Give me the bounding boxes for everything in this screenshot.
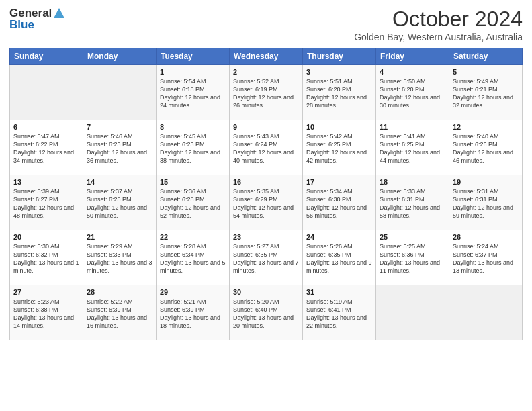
- day-number: 28: [87, 288, 152, 296]
- table-row: 11Sunrise: 5:41 AM Sunset: 6:25 PM Dayli…: [376, 120, 449, 175]
- day-number: 15: [160, 178, 226, 186]
- day-info: Sunrise: 5:40 AM Sunset: 6:26 PM Dayligh…: [453, 132, 519, 165]
- day-info: Sunrise: 5:33 AM Sunset: 6:31 PM Dayligh…: [380, 187, 445, 220]
- table-row: [376, 285, 449, 340]
- day-info: Sunrise: 5:45 AM Sunset: 6:23 PM Dayligh…: [160, 132, 226, 165]
- day-number: 9: [233, 123, 299, 131]
- day-info: Sunrise: 5:46 AM Sunset: 6:23 PM Dayligh…: [87, 132, 152, 165]
- day-info: Sunrise: 5:36 AM Sunset: 6:28 PM Dayligh…: [160, 187, 226, 220]
- table-row: [83, 65, 157, 120]
- table-row: 20Sunrise: 5:30 AM Sunset: 6:32 PM Dayli…: [10, 230, 83, 285]
- day-number: 3: [306, 68, 372, 76]
- col-sunday: Sunday: [10, 48, 83, 65]
- table-row: 4Sunrise: 5:50 AM Sunset: 6:20 PM Daylig…: [376, 65, 449, 120]
- day-number: 26: [453, 233, 519, 241]
- day-info: Sunrise: 5:31 AM Sunset: 6:31 PM Dayligh…: [453, 187, 519, 220]
- day-info: Sunrise: 5:21 AM Sunset: 6:39 PM Dayligh…: [160, 298, 226, 330]
- day-info: Sunrise: 5:34 AM Sunset: 6:30 PM Dayligh…: [306, 187, 372, 220]
- page-header: General Blue October 2024 Golden Bay, We…: [9, 7, 523, 42]
- col-thursday: Thursday: [303, 48, 376, 65]
- day-info: Sunrise: 5:26 AM Sunset: 6:35 PM Dayligh…: [306, 242, 372, 275]
- table-row: 9Sunrise: 5:43 AM Sunset: 6:24 PM Daylig…: [230, 120, 303, 175]
- table-row: 15Sunrise: 5:36 AM Sunset: 6:28 PM Dayli…: [157, 175, 230, 230]
- day-number: 23: [233, 233, 299, 241]
- day-number: 12: [453, 123, 519, 131]
- col-tuesday: Tuesday: [157, 48, 230, 65]
- col-friday: Friday: [376, 48, 449, 65]
- table-row: 8Sunrise: 5:45 AM Sunset: 6:23 PM Daylig…: [157, 120, 230, 175]
- day-info: Sunrise: 5:23 AM Sunset: 6:38 PM Dayligh…: [13, 298, 79, 330]
- day-number: 25: [380, 233, 445, 241]
- table-row: 19Sunrise: 5:31 AM Sunset: 6:31 PM Dayli…: [449, 175, 523, 230]
- calendar-week-row: 20Sunrise: 5:30 AM Sunset: 6:32 PM Dayli…: [10, 230, 523, 285]
- day-info: Sunrise: 5:37 AM Sunset: 6:28 PM Dayligh…: [87, 187, 152, 220]
- table-row: 27Sunrise: 5:23 AM Sunset: 6:38 PM Dayli…: [10, 285, 83, 340]
- col-monday: Monday: [83, 48, 157, 65]
- day-info: Sunrise: 5:28 AM Sunset: 6:34 PM Dayligh…: [160, 242, 226, 275]
- table-row: 29Sunrise: 5:21 AM Sunset: 6:39 PM Dayli…: [157, 285, 230, 340]
- table-row: 10Sunrise: 5:42 AM Sunset: 6:25 PM Dayli…: [303, 120, 376, 175]
- day-number: 1: [160, 68, 226, 76]
- day-number: 16: [233, 178, 299, 186]
- day-number: 19: [453, 178, 519, 186]
- day-info: Sunrise: 5:29 AM Sunset: 6:33 PM Dayligh…: [87, 242, 152, 275]
- day-number: 30: [233, 288, 299, 296]
- day-number: 20: [13, 233, 79, 241]
- table-row: 5Sunrise: 5:49 AM Sunset: 6:21 PM Daylig…: [449, 65, 523, 120]
- table-row: [449, 285, 523, 340]
- table-row: 13Sunrise: 5:39 AM Sunset: 6:27 PM Dayli…: [10, 175, 83, 230]
- day-number: 29: [160, 288, 226, 296]
- day-info: Sunrise: 5:19 AM Sunset: 6:41 PM Dayligh…: [306, 298, 372, 330]
- calendar-table: Sunday Monday Tuesday Wednesday Thursday…: [9, 48, 523, 340]
- day-info: Sunrise: 5:42 AM Sunset: 6:25 PM Dayligh…: [306, 132, 372, 165]
- table-row: 17Sunrise: 5:34 AM Sunset: 6:30 PM Dayli…: [303, 175, 376, 230]
- day-info: Sunrise: 5:49 AM Sunset: 6:21 PM Dayligh…: [453, 77, 519, 110]
- day-number: 22: [160, 233, 226, 241]
- col-wednesday: Wednesday: [230, 48, 303, 65]
- day-info: Sunrise: 5:25 AM Sunset: 6:36 PM Dayligh…: [380, 242, 445, 275]
- table-row: 31Sunrise: 5:19 AM Sunset: 6:41 PM Dayli…: [303, 285, 376, 340]
- calendar-week-row: 27Sunrise: 5:23 AM Sunset: 6:38 PM Dayli…: [10, 285, 523, 340]
- day-number: 4: [380, 68, 445, 76]
- table-row: 18Sunrise: 5:33 AM Sunset: 6:31 PM Dayli…: [376, 175, 449, 230]
- day-number: 24: [306, 233, 372, 241]
- day-info: Sunrise: 5:39 AM Sunset: 6:27 PM Dayligh…: [13, 187, 79, 220]
- day-number: 11: [380, 123, 445, 131]
- logo: General Blue: [9, 7, 65, 32]
- day-number: 7: [87, 123, 152, 131]
- day-info: Sunrise: 5:52 AM Sunset: 6:19 PM Dayligh…: [233, 77, 299, 110]
- day-info: Sunrise: 5:20 AM Sunset: 6:40 PM Dayligh…: [233, 298, 299, 330]
- svg-marker-0: [54, 8, 64, 18]
- table-row: 16Sunrise: 5:35 AM Sunset: 6:29 PM Dayli…: [230, 175, 303, 230]
- day-number: 5: [453, 68, 519, 76]
- table-row: 7Sunrise: 5:46 AM Sunset: 6:23 PM Daylig…: [83, 120, 157, 175]
- calendar-week-row: 1Sunrise: 5:54 AM Sunset: 6:18 PM Daylig…: [10, 65, 523, 120]
- calendar-week-row: 6Sunrise: 5:47 AM Sunset: 6:22 PM Daylig…: [10, 120, 523, 175]
- day-info: Sunrise: 5:24 AM Sunset: 6:37 PM Dayligh…: [453, 242, 519, 275]
- logo-icon: [53, 7, 65, 19]
- day-number: 31: [306, 288, 372, 296]
- table-row: 12Sunrise: 5:40 AM Sunset: 6:26 PM Dayli…: [449, 120, 523, 175]
- day-info: Sunrise: 5:35 AM Sunset: 6:29 PM Dayligh…: [233, 187, 299, 220]
- table-row: 30Sunrise: 5:20 AM Sunset: 6:40 PM Dayli…: [230, 285, 303, 340]
- day-number: 6: [13, 123, 79, 131]
- day-number: 13: [13, 178, 79, 186]
- day-number: 10: [306, 123, 372, 131]
- location-subtitle: Golden Bay, Western Australia, Australia: [354, 32, 523, 42]
- day-info: Sunrise: 5:41 AM Sunset: 6:25 PM Dayligh…: [380, 132, 445, 165]
- month-title: October 2024: [354, 7, 523, 32]
- day-number: 21: [87, 233, 152, 241]
- table-row: 25Sunrise: 5:25 AM Sunset: 6:36 PM Dayli…: [376, 230, 449, 285]
- col-saturday: Saturday: [449, 48, 523, 65]
- day-info: Sunrise: 5:51 AM Sunset: 6:20 PM Dayligh…: [306, 77, 372, 110]
- day-info: Sunrise: 5:30 AM Sunset: 6:32 PM Dayligh…: [13, 242, 79, 275]
- logo-blue-text: Blue: [9, 18, 34, 32]
- calendar-header-row: Sunday Monday Tuesday Wednesday Thursday…: [10, 48, 523, 65]
- table-row: 21Sunrise: 5:29 AM Sunset: 6:33 PM Dayli…: [83, 230, 157, 285]
- day-info: Sunrise: 5:22 AM Sunset: 6:39 PM Dayligh…: [87, 298, 152, 330]
- table-row: 14Sunrise: 5:37 AM Sunset: 6:28 PM Dayli…: [83, 175, 157, 230]
- table-row: 3Sunrise: 5:51 AM Sunset: 6:20 PM Daylig…: [303, 65, 376, 120]
- day-info: Sunrise: 5:47 AM Sunset: 6:22 PM Dayligh…: [13, 132, 79, 165]
- day-number: 17: [306, 178, 372, 186]
- table-row: 28Sunrise: 5:22 AM Sunset: 6:39 PM Dayli…: [83, 285, 157, 340]
